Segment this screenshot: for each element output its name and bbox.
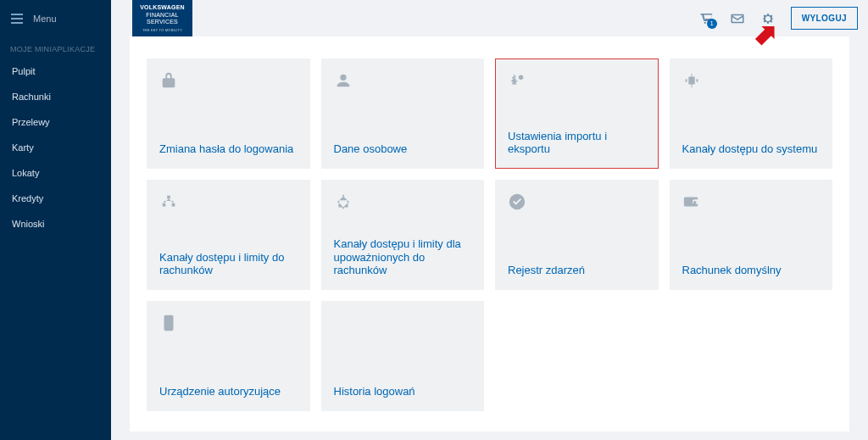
nav-list: PulpitRachunkiPrzelewyKartyLokatyKredyty… [0, 58, 111, 237]
tile-title: Kanały dostępu i limity do rachunków [159, 251, 298, 277]
menu-toggle[interactable]: Menu [0, 0, 111, 36]
brand-logo: VOLKSWAGEN FINANCIAL SERVICES THE KEY TO… [132, 0, 192, 36]
channels-icon [682, 71, 701, 90]
brand-line2: FINANCIAL SERVICES [136, 12, 189, 27]
device-icon [159, 314, 178, 332]
mail-icon[interactable] [730, 11, 745, 26]
lock-icon [159, 71, 178, 90]
tiles-container: Zmiana hasła do logowaniaDane osoboweUst… [130, 36, 849, 432]
nav-item-kredyty[interactable]: Kredyty [0, 186, 111, 211]
tile-title: Zmiana hasła do logowania [159, 142, 298, 156]
tile-channels[interactable]: Kanały dostępu do systemu [670, 58, 833, 169]
tile-title: Ustawienia importu i eksportu [508, 130, 646, 156]
history-icon [334, 314, 353, 332]
tile-title: Rejestr zdarzeń [508, 264, 646, 277]
nav-item-wnioski[interactable]: Wnioski [0, 211, 111, 237]
logout-button[interactable]: WYLOGUJ [791, 7, 858, 30]
brand-line1: VOLKSWAGEN [136, 4, 189, 12]
wallet-icon [682, 192, 701, 211]
tile-limits2[interactable]: Kanały dostępu i limity dla upoważnionyc… [321, 180, 485, 290]
nav-section-header: MOJE MINIAPLIKACJE [0, 36, 111, 58]
cart-badge: 1 [707, 19, 717, 29]
cart-icon[interactable]: 1 [699, 11, 715, 26]
sidebar: Menu MOJE MINIAPLIKACJE PulpitRachunkiPr… [0, 0, 111, 440]
check-icon [508, 192, 526, 211]
tile-title: Dane osobowe [334, 142, 472, 156]
limits-icon [159, 192, 178, 211]
limits2-icon [334, 192, 353, 211]
nav-item-karty[interactable]: Karty [0, 135, 111, 160]
nav-item-rachunki[interactable]: Rachunki [0, 84, 111, 109]
tile-title: Kanały dostępu do systemu [682, 142, 821, 156]
gear-icon[interactable] [760, 11, 776, 26]
brand-tag: THE KEY TO MOBILITY [136, 28, 189, 32]
tile-check[interactable]: Rejestr zdarzeń [495, 180, 659, 290]
tile-history[interactable]: Historia logowań [321, 301, 485, 411]
tile-title: Rachunek domyślny [682, 264, 821, 277]
tile-lock[interactable]: Zmiana hasła do logowania [147, 58, 310, 169]
login-footer: Ostatnie poprawne logowanie: 2019.09.26 … [130, 432, 849, 440]
nav-item-pulpit[interactable]: Pulpit [0, 58, 111, 84]
import-icon [508, 71, 526, 90]
nav-item-lokaty[interactable]: Lokaty [0, 160, 111, 186]
hamburger-icon [11, 14, 23, 24]
tile-wallet[interactable]: Rachunek domyślny [670, 180, 833, 290]
main-content: Zmiana hasła do logowaniaDane osoboweUst… [111, 0, 868, 440]
tile-import[interactable]: Ustawienia importu i eksportu [495, 58, 659, 169]
tile-title: Historia logowań [334, 385, 472, 398]
tile-limits[interactable]: Kanały dostępu i limity do rachunków [147, 180, 310, 290]
menu-label: Menu [33, 14, 57, 24]
tile-user[interactable]: Dane osobowe [321, 58, 485, 169]
nav-item-przelewy[interactable]: Przelewy [0, 109, 111, 135]
tile-title: Kanały dostępu i limity dla upoważnionyc… [334, 237, 472, 277]
tile-title: Urządzenie autoryzujące [159, 385, 298, 398]
user-icon [334, 71, 353, 90]
tile-device[interactable]: Urządzenie autoryzujące [147, 301, 310, 411]
